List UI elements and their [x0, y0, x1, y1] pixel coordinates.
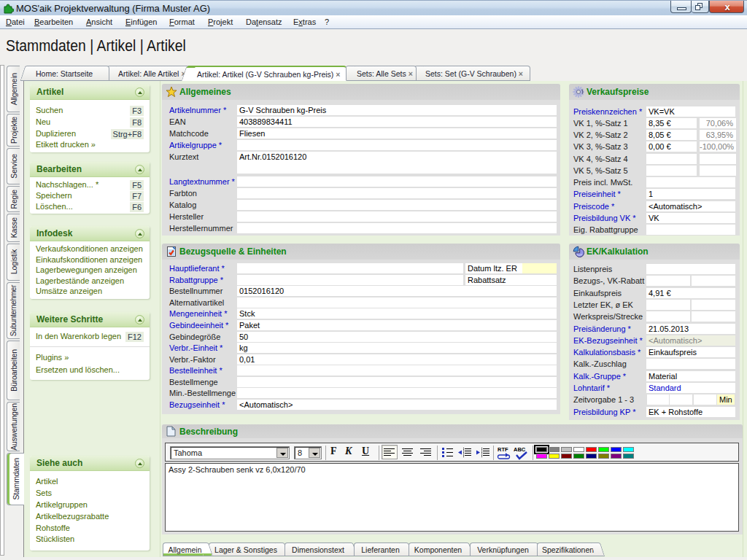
svg-text:ABC: ABC — [514, 446, 526, 453]
svg-text:RTF: RTF — [498, 446, 508, 453]
